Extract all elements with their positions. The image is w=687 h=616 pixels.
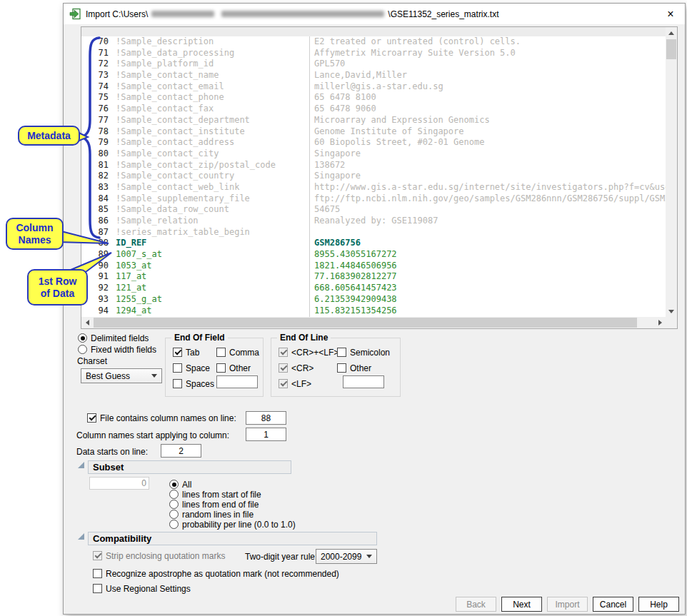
preview-line: 75!Sample_contact_phone65 6478 8100 xyxy=(81,92,666,103)
help-button[interactable]: Help xyxy=(638,597,679,612)
horizontal-scrollbar[interactable] xyxy=(81,317,666,328)
checkbox-label: Spaces xyxy=(186,379,214,389)
preview-line: 80!Sample_contact_citySingapore xyxy=(81,148,666,160)
eof-other-input[interactable] xyxy=(216,375,258,388)
import-button[interactable]: Import xyxy=(547,597,588,612)
checkbox-box xyxy=(337,348,346,357)
checkbox-label: Other xyxy=(229,363,251,373)
compatibility-section-header[interactable]: Compatibility xyxy=(88,532,377,545)
radio-circle xyxy=(78,333,87,343)
preview-line: 891007_s_at8955.43055167272 xyxy=(81,249,666,261)
eof-other-checkbox[interactable]: Other xyxy=(216,363,251,373)
horizontal-scroll-thumb[interactable] xyxy=(94,318,637,328)
line-field-name: !Sample_contact_web_link xyxy=(116,182,306,193)
line-number: 73 xyxy=(81,70,109,81)
scroll-down-icon[interactable] xyxy=(666,306,677,317)
vertical-scrollbar[interactable] xyxy=(666,27,677,317)
subset-probability-radio[interactable]: probability per line (0.0 to 1.0) xyxy=(169,519,296,530)
line-field-name: !Sample_contact_fax xyxy=(116,103,306,115)
checkbox-label: Tab xyxy=(186,348,199,358)
eof-space-checkbox[interactable]: Space xyxy=(173,363,210,373)
preview-top-strip xyxy=(81,27,666,36)
scroll-up-icon[interactable] xyxy=(666,27,677,39)
column-divider xyxy=(309,36,310,317)
subset-start-radio[interactable]: lines from start of file xyxy=(169,489,261,500)
line-field-name: !Sample_contact_department xyxy=(116,115,306,126)
checkbox-box xyxy=(173,363,182,373)
back-button[interactable]: Back xyxy=(456,597,496,612)
callout-text: Metadata xyxy=(19,130,79,142)
column-start-input[interactable] xyxy=(246,428,286,441)
line-field-name: ID_REF xyxy=(116,238,306,249)
line-field-value: 54675 xyxy=(314,204,666,216)
year-rule-select[interactable]: 2000-2099 xyxy=(316,549,377,564)
first-row-callout: 1st Row of Data xyxy=(27,269,88,306)
column-names-checkbox[interactable]: File contains column names on line: xyxy=(87,413,236,423)
end-of-field-group: End Of Field Tab Comma Space Other Space… xyxy=(165,338,264,397)
checkbox-label: Use Regional Settings xyxy=(106,584,191,594)
eol-crlf-checkbox[interactable]: <CR>+<LF> xyxy=(279,347,339,358)
strip-quotes-checkbox[interactable]: Strip enclosing quotation marks xyxy=(93,550,225,561)
chevron-down-icon xyxy=(151,374,157,378)
preview-line: 78!Sample_contact_instituteGenome Instit… xyxy=(81,126,666,138)
preview-line: 91117_at77.1683902812277 xyxy=(81,271,666,283)
checkbox-box xyxy=(216,348,226,357)
cancel-button[interactable]: Cancel xyxy=(593,597,633,612)
eol-semicolon-checkbox[interactable]: Semicolon xyxy=(337,347,390,358)
line-field-value: Reanalyzed by: GSE119087 xyxy=(314,216,666,227)
checkbox-label: Other xyxy=(350,363,371,373)
section-title: Subset xyxy=(93,462,124,473)
line-number: 77 xyxy=(81,115,109,126)
eol-other-checkbox[interactable]: Other xyxy=(337,363,371,373)
subset-end-radio[interactable]: lines from end of file xyxy=(169,499,259,510)
preview-line: 92121_at668.605641457423 xyxy=(81,283,666,294)
data-start-input[interactable] xyxy=(161,444,201,458)
radio-circle xyxy=(78,345,87,354)
eof-comma-checkbox[interactable]: Comma xyxy=(216,347,259,358)
charset-select[interactable]: Best Guess xyxy=(81,368,162,383)
subset-collapse-icon[interactable] xyxy=(78,462,84,468)
checkbox-box xyxy=(93,584,102,593)
line-field-value: Singapore xyxy=(314,171,666,182)
column-names-line-input[interactable] xyxy=(246,411,286,425)
line-field-value: http://www.gis.a-star.edu.sg/internet/si… xyxy=(314,182,666,193)
checkbox-box xyxy=(279,348,288,357)
eol-cr-checkbox[interactable]: <CR> xyxy=(279,363,314,373)
regional-settings-checkbox[interactable]: Use Regional Settings xyxy=(93,583,191,594)
eof-spaces-checkbox[interactable]: Spaces xyxy=(173,378,214,389)
import-wizard-dialog: Import C:\Users\ \GSE11352_series_matrix… xyxy=(63,3,686,615)
subset-all-radio[interactable]: All xyxy=(169,479,191,490)
scroll-right-icon[interactable] xyxy=(654,317,666,328)
preview-line: 76!Sample_contact_fax65 6478 9060 xyxy=(81,103,666,115)
callout-text: of Data xyxy=(29,288,86,300)
checkbox-label: Recognize apostrophe as quotation mark (… xyxy=(106,569,339,579)
compatibility-collapse-icon[interactable] xyxy=(78,533,84,540)
preview-line: 83!Sample_contact_web_linkhttp://www.gis… xyxy=(81,182,666,193)
scrollbar-corner xyxy=(666,317,677,328)
scroll-left-icon[interactable] xyxy=(81,317,93,328)
line-field-value: 6.21353942909438 xyxy=(314,294,666,306)
line-field-value: 115.832151354256 xyxy=(314,306,666,317)
close-button[interactable]: × xyxy=(663,7,678,21)
preview-line: 941294_at115.832151354256 xyxy=(81,306,666,317)
subset-section-header[interactable]: Subset xyxy=(88,460,291,474)
preview-line: 71!Sample_data_processingAffymetrix Micr… xyxy=(81,48,666,59)
next-button[interactable]: Next xyxy=(501,597,542,612)
subset-random-radio[interactable]: random lines in file xyxy=(169,509,254,520)
fixed-width-fields-radio[interactable]: Fixed width fields xyxy=(78,344,156,355)
eof-tab-checkbox[interactable]: Tab xyxy=(173,347,199,358)
eol-lf-checkbox[interactable]: <LF> xyxy=(279,378,311,389)
line-field-value: 77.1683902812277 xyxy=(314,271,666,283)
line-number: 90 xyxy=(81,261,109,272)
checkbox-label: Comma xyxy=(229,348,259,358)
delimited-fields-radio[interactable]: Delimited fields xyxy=(78,333,149,343)
apostrophe-checkbox[interactable]: Recognize apostrophe as quotation mark (… xyxy=(93,568,339,579)
radio-label: probability per line (0.0 to 1.0) xyxy=(182,520,296,530)
radio-label: All xyxy=(182,480,191,490)
preview-line: 931255_g_at6.21353942909438 xyxy=(81,294,666,306)
end-of-line-group: End Of Line <CR>+<LF> Semicolon <CR> Oth… xyxy=(271,338,401,397)
line-field-name: !Sample_supplementary_file xyxy=(116,193,306,205)
eol-other-input[interactable] xyxy=(343,375,384,388)
vertical-scroll-thumb[interactable] xyxy=(666,39,676,59)
line-field-value: 1821.44846506956 xyxy=(314,261,666,272)
